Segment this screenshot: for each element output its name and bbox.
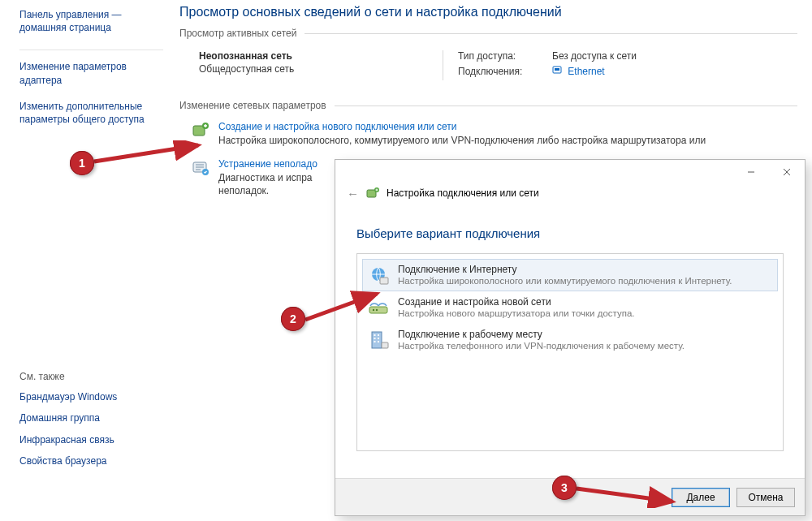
task-new-connection[interactable]: Создание и настройка нового подключения … <box>179 118 797 155</box>
ethernet-icon <box>552 66 564 77</box>
network-category: Общедоступная сеть <box>199 63 443 75</box>
annotation-arrow-2 <box>304 289 385 325</box>
minimize-button[interactable] <box>733 160 769 184</box>
option-workplace-title: Подключение к рабочему месту <box>398 329 685 340</box>
dialog-titlebar <box>335 160 805 184</box>
wizard-icon <box>365 186 380 200</box>
task-troubleshoot-desc: Диагностика и испра неполадок. <box>218 171 317 197</box>
dialog-nav: ← Настройка подключения или сети <box>335 184 805 207</box>
svg-rect-12 <box>380 278 388 284</box>
see-also-infrared[interactable]: Инфракрасная связь <box>19 433 163 446</box>
svg-rect-21 <box>374 341 376 342</box>
see-also-homegroup[interactable]: Домашняя группа <box>19 411 163 424</box>
dialog-heading: Выберите вариант подключения <box>356 226 784 240</box>
dialog-body: Выберите вариант подключения Подключение… <box>335 207 805 459</box>
option-internet-desc: Настройка широкополосного или коммутируе… <box>398 276 732 286</box>
page-title: Просмотр основных сведений о сети и наст… <box>179 5 797 19</box>
access-type-value: Без доступа к сети <box>552 50 637 62</box>
close-button[interactable] <box>769 160 805 184</box>
option-workplace[interactable]: Подключение к рабочему месту Настройка т… <box>362 324 778 356</box>
sidebar-link-sharing-settings[interactable]: Изменить дополнительные параметры общего… <box>19 100 163 126</box>
connection-wizard-dialog: ← Настройка подключения или сети Выберит… <box>335 159 806 516</box>
svg-rect-19 <box>374 338 376 339</box>
svg-rect-22 <box>378 341 379 342</box>
divider <box>19 50 163 50</box>
globe-icon <box>367 264 390 286</box>
network-identity: Неопознанная сеть Общедоступная сеть <box>199 50 443 80</box>
annotation-marker-3: 3 <box>552 476 577 500</box>
access-type-label: Тип доступа: <box>458 50 538 62</box>
svg-line-25 <box>305 294 377 320</box>
task-new-connection-desc: Настройка широкополосного, коммутируемог… <box>218 134 706 147</box>
option-new-network-title: Создание и настройка новой сети <box>398 296 635 308</box>
connection-link-ethernet[interactable]: Ethernet <box>552 65 605 77</box>
active-networks-legend: Просмотр активных сетей <box>179 28 304 39</box>
options-list: Подключение к Интернету Настройка широко… <box>356 253 784 451</box>
see-also-heading: См. также <box>19 371 163 382</box>
change-settings-legend: Изменение сетевых параметров <box>179 100 335 111</box>
see-also-firewall[interactable]: Брандмауэр Windows <box>19 390 163 403</box>
annotation-marker-1: 1 <box>70 151 94 175</box>
vertical-separator <box>443 50 443 80</box>
annotation-arrow-1 <box>93 140 206 166</box>
dialog-nav-title: Настройка подключения или сети <box>387 187 539 199</box>
option-internet-title: Подключение к Интернету <box>398 264 732 275</box>
cancel-button[interactable]: Отмена <box>736 488 795 507</box>
connections-label: Подключения: <box>458 66 538 77</box>
see-also-browser-props[interactable]: Свойства браузера <box>19 454 163 467</box>
svg-rect-18 <box>378 334 379 336</box>
svg-line-24 <box>94 145 198 161</box>
new-connection-icon <box>191 121 210 140</box>
building-icon <box>367 329 390 351</box>
svg-rect-20 <box>378 338 379 339</box>
svg-rect-23 <box>382 342 388 348</box>
svg-rect-1 <box>555 68 559 71</box>
option-internet[interactable]: Подключение к Интернету Настройка широко… <box>362 259 778 291</box>
svg-line-26 <box>577 489 672 502</box>
annotation-marker-2: 2 <box>281 307 305 331</box>
active-networks-group: Просмотр активных сетей Неопознанная сет… <box>179 28 797 88</box>
annotation-arrow-3 <box>575 484 680 508</box>
task-new-connection-title: Создание и настройка нового подключения … <box>218 121 706 132</box>
network-name: Неопознанная сеть <box>199 50 443 62</box>
option-workplace-desc: Настройка телефонного или VPN-подключени… <box>398 341 685 351</box>
svg-rect-17 <box>374 334 376 336</box>
task-troubleshoot-title: Устранение неполадо <box>218 158 317 170</box>
see-also-section: См. также Брандмауэр Windows Домашняя гр… <box>19 371 163 476</box>
svg-rect-16 <box>372 332 382 348</box>
option-new-network[interactable]: Создание и настройка новой сети Настройк… <box>362 291 778 324</box>
sidebar: Панель управления — домашняя страница Из… <box>0 0 175 487</box>
sidebar-home-link[interactable]: Панель управления — домашняя страница <box>19 8 163 34</box>
back-arrow-icon[interactable]: ← <box>347 187 359 200</box>
sidebar-link-adapter-settings[interactable]: Изменение параметров адаптера <box>19 60 163 86</box>
network-details: Тип доступа: Без доступа к сети Подключе… <box>458 50 637 80</box>
option-new-network-desc: Настройка нового маршрутизатора или точк… <box>398 308 635 318</box>
